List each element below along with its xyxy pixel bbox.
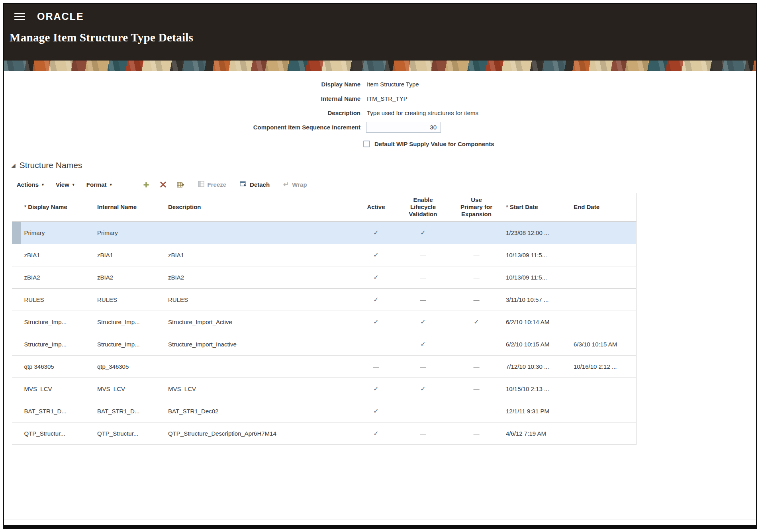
col-header-end-date[interactable]: End Date (570, 193, 636, 221)
row-selector[interactable] (12, 311, 21, 333)
wrap-icon: ↵ (283, 180, 289, 189)
detach-icon (240, 181, 247, 188)
row-header-column (12, 193, 21, 221)
detach-label: Detach (250, 181, 270, 188)
cell-description: zBIA2 (165, 266, 356, 288)
delete-row-icon[interactable] (160, 182, 166, 188)
structure-names-table: *Display Name Internal Name Description … (12, 193, 637, 445)
col-header-display-name[interactable]: *Display Name (21, 193, 94, 221)
table-header-row: *Display Name Internal Name Description … (12, 193, 636, 221)
description-value: Type used for creating structures for it… (367, 110, 478, 116)
col-header-start-date[interactable]: *Start Date (503, 193, 570, 221)
col-header-use-primary[interactable]: Use Primary for Expansion (450, 193, 503, 221)
display-name-label: Display Name (4, 81, 360, 88)
cell-description: zBIA1 (165, 244, 356, 266)
wip-supply-checkbox[interactable] (363, 141, 370, 147)
cell-lifecycle-flag: ✓ (396, 311, 450, 333)
row-selector[interactable] (12, 400, 21, 422)
cell-lifecycle-flag: — (396, 266, 450, 288)
cell-internal-name: Structure_Imp... (94, 311, 165, 333)
actions-menu-label: Actions (17, 181, 39, 188)
row-selector[interactable] (12, 422, 21, 444)
wrap-button[interactable]: ↵ Wrap (283, 180, 307, 189)
sequence-increment-row: Component Item Sequence Increment (4, 120, 756, 134)
cell-description (165, 221, 356, 244)
col-header-internal-name[interactable]: Internal Name (94, 193, 165, 221)
table-row[interactable]: Structure_Imp... Structure_Imp... Struct… (12, 311, 636, 333)
wip-supply-label: Default WIP Supply Value for Components (374, 141, 494, 147)
col-header-description[interactable]: Description (165, 193, 356, 221)
section-title: Structure Names (20, 160, 82, 170)
col-header-active[interactable]: Active (356, 193, 396, 221)
wip-supply-row: Default WIP Supply Value for Components (4, 139, 756, 149)
reorder-grid-icon[interactable] (177, 182, 184, 188)
cell-lifecycle-flag: ✓ (396, 377, 450, 400)
cell-description (165, 355, 356, 377)
actions-menu[interactable]: Actions ▼ (17, 181, 45, 188)
cell-start-date: 6/2/10 10:14 AM (503, 311, 570, 333)
cell-use-primary-flag: — (450, 377, 503, 400)
internal-name-label: Internal Name (4, 95, 360, 102)
table-row[interactable]: BAT_STR1_D... BAT_STR1_D... BAT_STR1_Dec… (12, 400, 636, 422)
format-menu[interactable]: Format ▼ (86, 181, 113, 188)
cell-display-name: Primary (21, 221, 94, 244)
freeze-button[interactable]: Freeze (198, 181, 227, 188)
cell-active-flag: ✓ (356, 221, 396, 244)
detach-button[interactable]: Detach (240, 181, 270, 188)
structure-table-body: Primary Primary ✓ ✓ 1/23/08 12:00 ... zB… (12, 221, 636, 444)
chevron-down-icon: ▼ (109, 183, 113, 187)
table-row[interactable]: Structure_Imp... Structure_Imp... Struct… (12, 333, 636, 355)
cell-lifecycle-flag: — (396, 244, 450, 266)
table-row[interactable]: MVS_LCV MVS_LCV MVS_LCV ✓ ✓ — 10/15/10 2… (12, 377, 636, 400)
structure-names-section-header: ◢ Structure Names (11, 160, 756, 170)
cell-lifecycle-flag: ✓ (396, 333, 450, 355)
cell-use-primary-flag: — (450, 422, 503, 444)
sequence-increment-input[interactable] (366, 122, 441, 133)
cell-end-date (570, 377, 636, 400)
row-selector[interactable] (12, 288, 21, 311)
cell-display-name: MVS_LCV (21, 377, 94, 400)
cell-active-flag: ✓ (356, 266, 396, 288)
cell-active-flag: ✓ (356, 422, 396, 444)
detail-form: Display Name Item Structure Type Interna… (4, 71, 756, 149)
row-selector[interactable] (12, 244, 21, 266)
view-menu[interactable]: View ▼ (56, 181, 75, 188)
table-row[interactable]: zBIA1 zBIA1 zBIA1 ✓ — — 10/13/09 11:5... (12, 244, 636, 266)
cell-internal-name: QTP_Structur... (94, 422, 165, 444)
table-row[interactable]: zBIA2 zBIA2 zBIA2 ✓ — — 10/13/09 11:5... (12, 266, 636, 288)
cell-internal-name: MVS_LCV (94, 377, 165, 400)
cell-start-date: 7/12/10 10:30 ... (503, 355, 570, 377)
table-row[interactable]: Primary Primary ✓ ✓ 1/23/08 12:00 ... (12, 221, 636, 244)
table-row[interactable]: RULES RULES RULES ✓ — — 3/11/10 10:57 ..… (12, 288, 636, 311)
cell-internal-name: zBIA1 (94, 244, 165, 266)
add-row-icon[interactable] (143, 182, 149, 188)
cell-end-date: 10/16/10 2:12 ... (570, 355, 636, 377)
required-indicator: * (24, 203, 27, 210)
row-selector[interactable] (12, 221, 21, 244)
col-header-lifecycle[interactable]: Enable Lifecycle Validation (396, 193, 450, 221)
cell-end-date (570, 266, 636, 288)
row-selector[interactable] (12, 377, 21, 400)
table-toolbar: Actions ▼ View ▼ Format ▼ (4, 176, 756, 193)
col-label: Display Name (28, 203, 67, 210)
row-selector[interactable] (12, 355, 21, 377)
col-label: End Date (574, 203, 599, 210)
cell-end-date (570, 422, 636, 444)
wrap-label: Wrap (292, 181, 307, 188)
cell-display-name: RULES (21, 288, 94, 311)
table-row[interactable]: qtp 346305 qtp_346305 — — — 7/12/10 10:3… (12, 355, 636, 377)
cell-end-date: 6/3/10 10:15 AM (570, 333, 636, 355)
hamburger-menu-icon[interactable] (14, 13, 25, 20)
cell-display-name: BAT_STR1_D... (21, 400, 94, 422)
row-selector[interactable] (12, 266, 21, 288)
chevron-down-icon: ▼ (72, 183, 75, 187)
cell-start-date: 10/13/09 11:5... (503, 266, 570, 288)
row-selector[interactable] (12, 333, 21, 355)
app-window: ORACLE Manage Item Structure Type Detail… (3, 3, 757, 529)
cell-display-name: zBIA2 (21, 266, 94, 288)
table-row[interactable]: QTP_Structur... QTP_Structur... QTP_Stru… (12, 422, 636, 444)
cell-start-date: 1/23/08 12:00 ... (503, 221, 570, 244)
cell-lifecycle-flag: ✓ (396, 221, 450, 244)
collapse-triangle-icon[interactable]: ◢ (11, 162, 16, 168)
page: ORACLE Manage Item Structure Type Detail… (0, 0, 760, 532)
